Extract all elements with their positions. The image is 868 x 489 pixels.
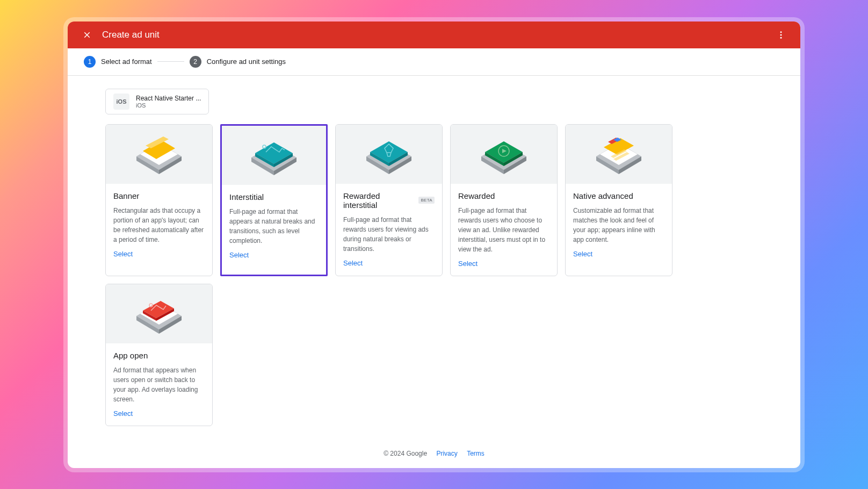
card-description: Customizable ad format that matches the … <box>573 206 664 244</box>
stepper: 1 Select ad format 2 Configure ad unit s… <box>68 48 800 76</box>
card-illustration <box>222 126 326 185</box>
platform-icon: iOS <box>113 94 129 110</box>
card-description: Rectangular ads that occupy a portion of… <box>113 206 205 244</box>
card-body: Native advanced Customizable ad format t… <box>566 184 672 266</box>
card-title: Interstitial <box>229 192 319 202</box>
banner-illustration-icon <box>124 131 194 177</box>
copyright-text: © 2024 Google <box>384 450 427 457</box>
card-illustration <box>106 284 212 343</box>
step-number: 1 <box>84 56 96 68</box>
format-card-app-open: App open Ad format that appears when use… <box>105 284 213 426</box>
close-button[interactable] <box>76 24 98 46</box>
app-name: React Native Starter ... <box>136 95 201 102</box>
privacy-link[interactable]: Privacy <box>436 450 457 457</box>
card-body: App open Ad format that appears when use… <box>106 343 212 426</box>
more-vert-icon <box>776 30 786 40</box>
svg-point-0 <box>780 31 782 33</box>
page-title: Create ad unit <box>102 30 160 40</box>
ad-format-grid: Banner Rectangular ads that occupy a por… <box>105 124 763 426</box>
card-illustration <box>106 125 212 184</box>
rewarded-interstitial-illustration-icon <box>354 131 424 177</box>
select-button[interactable]: Select <box>113 409 133 418</box>
close-icon <box>82 30 92 40</box>
card-title: Native advanced <box>573 191 664 200</box>
card-description: Full-page ad format that rewards users w… <box>458 206 549 254</box>
card-title: Rewarded <box>458 191 549 200</box>
beta-badge: BETA <box>418 197 435 204</box>
step-connector <box>157 61 184 62</box>
card-title: App open <box>113 351 205 360</box>
card-illustration <box>336 125 442 184</box>
select-button[interactable]: Select <box>229 251 249 259</box>
card-illustration <box>451 125 557 184</box>
native-advanced-illustration-icon <box>584 131 654 177</box>
interstitial-illustration-icon <box>239 132 309 178</box>
card-title-text: Rewarded interstitial <box>343 191 415 210</box>
content-area: iOS React Native Starter ... iOS <box>68 76 800 439</box>
select-button[interactable]: Select <box>113 250 133 258</box>
app-info: React Native Starter ... iOS <box>136 95 201 109</box>
app-open-illustration-icon <box>124 291 194 336</box>
svg-point-2 <box>780 37 782 38</box>
card-body: Banner Rectangular ads that occupy a por… <box>106 184 212 266</box>
rewarded-illustration-icon <box>469 131 539 177</box>
window-frame: Create ad unit 1 Select ad format 2 Conf… <box>63 17 805 472</box>
svg-point-15 <box>263 145 266 148</box>
card-title: Banner <box>113 191 205 200</box>
card-description: Ad format that appears when users open o… <box>113 365 205 404</box>
step-number: 2 <box>190 56 201 68</box>
app-selector-chip[interactable]: iOS React Native Starter ... iOS <box>105 89 209 114</box>
format-card-rewarded: Rewarded Full-page ad format that reward… <box>450 124 558 276</box>
card-illustration <box>566 125 672 184</box>
app-window: Create ad unit 1 Select ad format 2 Conf… <box>68 21 800 468</box>
format-card-rewarded-interstitial: Rewarded interstitial BETA Full-page ad … <box>335 124 443 276</box>
header: Create ad unit <box>68 21 800 48</box>
footer: © 2024 Google Privacy Terms <box>68 439 800 468</box>
card-description: Full-page ad format that rewards users f… <box>343 215 435 254</box>
terms-link[interactable]: Terms <box>467 450 484 457</box>
select-button[interactable]: Select <box>458 260 478 268</box>
step-label: Configure ad unit settings <box>207 57 286 66</box>
more-options-button[interactable] <box>770 24 792 46</box>
format-card-banner: Banner Rectangular ads that occupy a por… <box>105 124 213 276</box>
card-body: Interstitial Full-page ad format that ap… <box>222 185 326 267</box>
format-card-native-advanced: Native advanced Customizable ad format t… <box>565 124 672 276</box>
step-label: Select ad format <box>101 57 152 66</box>
card-body: Rewarded interstitial BETA Full-page ad … <box>336 184 442 275</box>
card-body: Rewarded Full-page ad format that reward… <box>451 184 557 276</box>
step-2[interactable]: 2 Configure ad unit settings <box>190 56 286 68</box>
svg-point-1 <box>780 34 782 35</box>
step-1[interactable]: 1 Select ad format <box>84 56 152 68</box>
select-button[interactable]: Select <box>343 259 363 267</box>
card-description: Full-page ad format that appears at natu… <box>229 207 319 246</box>
format-card-interstitial: Interstitial Full-page ad format that ap… <box>220 124 328 276</box>
card-title: Rewarded interstitial BETA <box>343 191 435 210</box>
select-button[interactable]: Select <box>573 250 592 258</box>
app-platform: iOS <box>136 102 201 109</box>
